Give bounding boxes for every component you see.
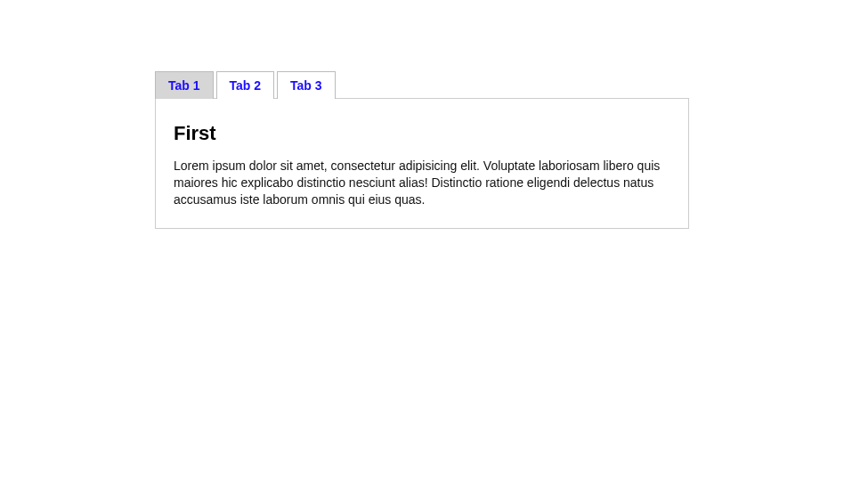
panel-heading: First xyxy=(174,122,670,145)
tab-3[interactable]: Tab 3 xyxy=(277,71,336,99)
tab-1[interactable]: Tab 1 xyxy=(155,71,214,99)
tab-widget: Tab 1 Tab 2 Tab 3 First Lorem ipsum dolo… xyxy=(155,71,689,229)
panel-body: Lorem ipsum dolor sit amet, consectetur … xyxy=(174,158,670,208)
tab-2[interactable]: Tab 2 xyxy=(216,71,275,99)
tab-list: Tab 1 Tab 2 Tab 3 xyxy=(155,71,689,99)
tab-panel: First Lorem ipsum dolor sit amet, consec… xyxy=(155,98,689,229)
